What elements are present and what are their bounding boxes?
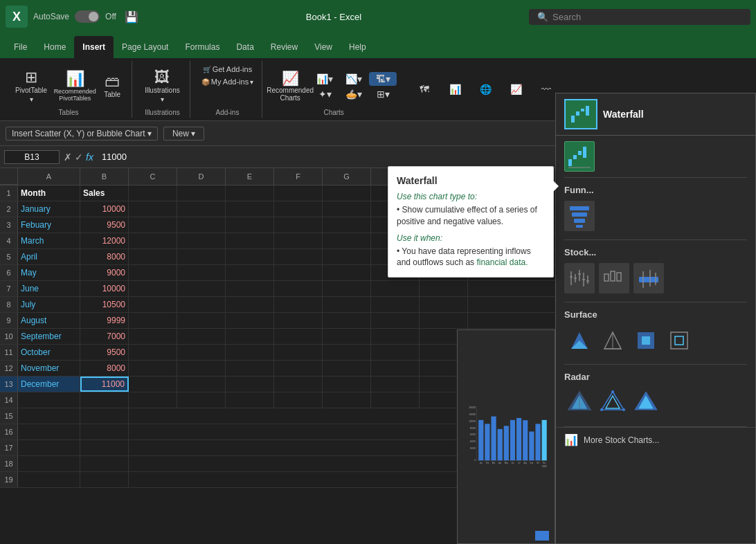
radar-chart-icon-2[interactable] (597, 388, 628, 418)
cell-c2[interactable] (129, 201, 177, 217)
cell-f1[interactable] (274, 185, 323, 201)
combo-chart-btn[interactable]: ⊞▾ (369, 87, 397, 101)
svg-marker-45 (606, 396, 620, 408)
confirm-formula-icon[interactable]: ✓ (75, 152, 83, 163)
waterfall-chart-btn[interactable]: 🏗▾ (369, 72, 397, 86)
radar-chart-icon-1[interactable] (564, 388, 595, 418)
surface-chart-icon-1[interactable] (564, 325, 595, 356)
surface-chart-icon-3[interactable] (631, 325, 661, 356)
chart-legend-box (535, 531, 549, 541)
cell-b3[interactable]: 9500 (80, 217, 129, 233)
cell-g1[interactable] (323, 185, 371, 201)
surface-chart-icon-4[interactable] (664, 325, 694, 356)
recommended-pivot-btn[interactable]: 📊 Recommended PivotTables (54, 69, 96, 105)
tooltip-financial-text: financial data. (476, 257, 528, 267)
stock-chart-icon-3[interactable] (633, 263, 664, 293)
tab-page-layout[interactable]: Page Layout (114, 36, 177, 58)
scatter-chart-btn[interactable]: ✦▾ (311, 87, 339, 101)
row-num-2: 2 (0, 201, 18, 217)
waterfall-tooltip: Waterfall Use this chart type to: • Show… (388, 166, 554, 278)
table-btn[interactable]: 🗃 Table (98, 71, 126, 101)
svg-text:Mar: Mar (492, 462, 496, 464)
illustrations-btn[interactable]: 🖼 Illustrations ▾ (141, 67, 184, 106)
cell-f3[interactable] (274, 217, 323, 233)
tab-home[interactable]: Home (35, 36, 74, 58)
funnel-chart-icon-1[interactable] (564, 201, 595, 231)
tab-formulas[interactable]: Formulas (177, 36, 228, 58)
svg-text:May: May (505, 462, 509, 464)
pie-chart-btn[interactable]: 🥧▾ (340, 87, 368, 101)
get-addins-btn[interactable]: 🛒 Get Add-ins (200, 64, 255, 75)
cell-c3[interactable] (129, 217, 177, 233)
tab-view[interactable]: View (306, 36, 341, 58)
cell-g2[interactable] (323, 201, 371, 217)
cell-g3[interactable] (323, 217, 371, 233)
cell-a1[interactable]: Month (18, 185, 80, 201)
search-bar[interactable]: 🔍 Search (529, 9, 750, 25)
scatter-dropdown[interactable]: Insert Scatter (X, Y) or Bubble Chart ▾ (6, 127, 158, 140)
tab-file[interactable]: File (6, 36, 35, 58)
svg-text:20000: 20000 (470, 447, 476, 450)
svg-text:Oct: Oct (537, 462, 539, 464)
cell-d3[interactable] (177, 217, 226, 233)
ribbon-group-tables: ⊞ PivotTable ▾ 📊 Recommended PivotTables… (6, 61, 132, 118)
map-chart-btn[interactable]: 🗺 (411, 81, 438, 98)
ribbon-group-charts: 📈 RecommendedCharts 📊▾ 📉▾ 🏗▾ ✦▾ 🥧▾ ⊞▾ (265, 61, 402, 118)
chart-preview[interactable]: 140000 120000 100000 80000 60000 40000 2… (457, 329, 555, 544)
new-button[interactable]: New ▾ (163, 127, 204, 140)
tab-insert[interactable]: Insert (74, 36, 114, 58)
radar-header: Radar (556, 368, 755, 385)
cell-b4[interactable]: 12000 (80, 233, 129, 248)
stock-header: Stock... (556, 243, 755, 260)
cell-e3[interactable] (226, 217, 274, 233)
corner-cell (0, 168, 18, 185)
svg-point-46 (611, 390, 614, 393)
svg-rect-7 (583, 147, 586, 158)
cancel-formula-icon[interactable]: ✗ (64, 152, 72, 163)
more-stock-charts-btn[interactable]: 📊 More Stock Charts... (556, 427, 755, 452)
formula-icons: ✗ ✓ fx (64, 152, 93, 163)
cell-a2[interactable]: January (18, 201, 80, 217)
recommended-charts-btn[interactable]: 📈 RecommendedCharts (271, 69, 309, 105)
line-chart-btn[interactable]: 📉▾ (340, 72, 368, 86)
pivot-table-btn[interactable]: ⊞ PivotTable ▾ (11, 67, 51, 106)
cell-e2[interactable] (226, 201, 274, 217)
column-chart-btn[interactable]: 📊▾ (311, 72, 339, 86)
col-header-d: D (177, 168, 226, 185)
radar-chart-icon-3[interactable] (631, 388, 661, 418)
illustrations-icon: 🖼 (154, 70, 170, 85)
cell-b2[interactable]: 10000 (80, 201, 129, 217)
radar-section: Radar (556, 365, 755, 426)
stock-chart-icon-1[interactable] (564, 263, 595, 293)
tab-review[interactable]: Review (262, 36, 306, 58)
autosave-toggle[interactable] (75, 10, 100, 23)
save-icon[interactable]: 💾 (125, 10, 138, 24)
svg-text:60000: 60000 (470, 433, 476, 436)
svg-text:0: 0 (474, 459, 476, 462)
my-addins-btn[interactable]: 📦 My Add-ins ▾ (199, 76, 256, 87)
cell-d1[interactable] (177, 185, 226, 201)
svg-rect-68 (478, 420, 483, 460)
cell-a3[interactable]: Febuary (18, 217, 80, 233)
cell-b1[interactable]: Sales (80, 185, 129, 201)
svg-rect-72 (504, 426, 509, 460)
cell-e1[interactable] (226, 185, 274, 201)
tooltip-bullet-1: • Show cumulative effect of a series of … (397, 204, 545, 228)
cell-reference[interactable]: B13 (4, 150, 60, 164)
cell-d2[interactable] (177, 201, 226, 217)
tab-data[interactable]: Data (228, 36, 262, 58)
stock-chart-icon-2[interactable] (599, 263, 629, 293)
cell-c1[interactable] (129, 185, 177, 201)
sparklines-btn[interactable]: 📈 (502, 81, 530, 98)
svg-rect-69 (485, 424, 489, 460)
waterfall-chart-selected-icon[interactable] (564, 99, 597, 129)
tab-help[interactable]: Help (341, 36, 375, 58)
cell-a4[interactable]: March (18, 233, 80, 248)
insert-function-icon[interactable]: fx (86, 152, 93, 163)
pivot-chart-btn[interactable]: 📊 (441, 81, 469, 98)
surface-chart-icon-2[interactable] (597, 325, 628, 356)
waterfall-variant-1[interactable] (564, 141, 595, 172)
pivot-table-icon: ⊞ (25, 70, 37, 85)
cell-f2[interactable] (274, 201, 323, 217)
3d-map-btn[interactable]: 🌐 (471, 81, 499, 98)
